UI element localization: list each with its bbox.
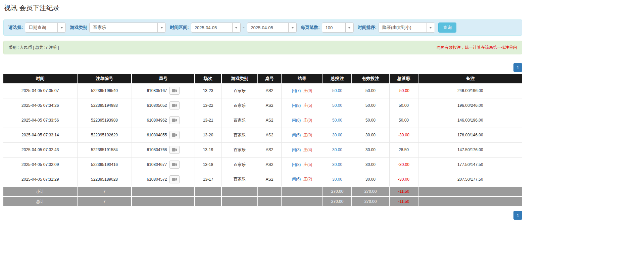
remark-text: 196.00/246.00	[457, 103, 483, 108]
time-range-label: 时间区间:	[170, 25, 189, 31]
total-bet-link[interactable]: 50.00	[332, 88, 342, 93]
game-type: 百家乐	[234, 147, 246, 152]
remark-text: 147.50/176.00	[457, 147, 483, 152]
result-cell: 闲(8) 庄(5)	[281, 98, 323, 113]
remark-cell: 177.50/147.50	[418, 157, 522, 172]
video-camera-icon	[172, 103, 177, 107]
remark-cell: 207.50/177.50	[418, 172, 522, 187]
notice-text: 同局有效投注，统一计算在该局第一张注单内	[437, 45, 517, 50]
game-type-cell: 百家乐	[221, 83, 258, 98]
col-header-remark: 备注	[418, 74, 522, 83]
result-banker: 庄(4)	[303, 147, 312, 152]
video-replay-button[interactable]	[169, 101, 180, 109]
valid-bet-cell: 50.00	[352, 83, 389, 98]
session-number: 13-20	[203, 133, 213, 137]
valid-bet: 30.00	[365, 147, 376, 152]
table-header-row: 时间 注单编号 局号 场次 游戏类别 桌号 结果 总投注 有效投注 总派彩 备注	[3, 74, 522, 83]
video-replay-button[interactable]	[169, 131, 180, 139]
round-id: 610804962	[147, 118, 167, 123]
payout-amount: 50.00	[399, 103, 409, 108]
select-type-label: 请选择:	[8, 25, 23, 31]
result-banker: 庄(2)	[303, 177, 312, 181]
table-row: 2025-04-05 07:33:14 522395192629 6108048…	[3, 128, 522, 142]
game-type: 百家乐	[234, 103, 246, 108]
total-bet-link[interactable]: 50.00	[332, 103, 342, 108]
result-cell: 闲(6) 庄(2)	[281, 172, 323, 187]
session-cell: 13-19	[195, 142, 221, 157]
bet-id: 522395190416	[91, 162, 118, 167]
remark-text: 177.50/147.50	[457, 162, 483, 167]
col-header-session: 场次	[195, 74, 221, 83]
col-header-valid-bet: 有效投注	[352, 74, 389, 83]
col-header-result: 结果	[281, 74, 323, 83]
bet-id: 522395192629	[91, 133, 118, 137]
total-bet-link[interactable]: 30.00	[332, 177, 342, 182]
page-size-dropdown[interactable]: 100	[322, 23, 354, 33]
date-to-picker[interactable]: 2025-04-05	[247, 23, 297, 33]
game-type-dropdown[interactable]: 百家乐	[89, 23, 166, 33]
remark-text: 207.50/177.50	[457, 177, 483, 182]
round-cell: 610805052	[132, 98, 195, 113]
total-bet-link[interactable]: 30.00	[332, 162, 342, 167]
round-id: 610804855	[147, 133, 167, 137]
main-content: 请选择: 日期查询 游戏类别 百家乐 时间区间: 2025-04-05 ~ 20…	[3, 19, 522, 220]
time-cell: 2025-04-05 07:33:56	[3, 113, 77, 128]
valid-bet-cell: 30.00	[352, 172, 389, 187]
page-1-button[interactable]: 1	[513, 63, 522, 72]
game-type-label: 游戏类别	[70, 25, 87, 31]
round-cell: 610804677	[132, 157, 195, 172]
game-type-cell: 百家乐	[221, 113, 258, 128]
video-replay-button[interactable]	[169, 116, 180, 124]
bet-time: 2025-04-05 07:32:43	[21, 147, 59, 152]
date-from-picker[interactable]: 2025-04-05	[191, 23, 241, 33]
bet-time: 2025-04-05 07:34:26	[21, 103, 59, 108]
bet-id: 522395194983	[91, 103, 118, 108]
empty-cell	[195, 196, 221, 206]
video-replay-button[interactable]	[169, 175, 180, 183]
chevron-down-icon	[157, 23, 165, 32]
total-bet-link[interactable]: 50.00	[332, 118, 342, 123]
total-bet-link[interactable]: 30.00	[332, 133, 342, 137]
bet-id-cell: 522395191584	[77, 142, 132, 157]
session-number: 13-18	[203, 162, 213, 167]
payout-cell: -30.00	[389, 172, 418, 187]
table-no-cell: AS2	[258, 83, 281, 98]
payout-amount: -30.00	[398, 162, 409, 167]
bet-time: 2025-04-05 07:33:14	[21, 133, 59, 137]
result-cell: 闲(3) 庄(4)	[281, 142, 323, 157]
session-number: 13-21	[203, 118, 213, 123]
table-row: 2025-04-05 07:31:29 522395189028 6108045…	[3, 172, 522, 187]
search-button[interactable]: 查询	[438, 23, 456, 33]
date-from-value: 2025-04-05	[191, 23, 232, 32]
valid-bet: 30.00	[365, 162, 376, 167]
page-1-button[interactable]: 1	[513, 211, 522, 220]
table-no-cell: AS2	[258, 172, 281, 187]
chevron-down-icon	[232, 23, 240, 32]
valid-bet: 30.00	[365, 133, 376, 137]
payout-amount: 50.00	[399, 118, 409, 123]
game-type-value: 百家乐	[90, 23, 157, 32]
table-row: 2025-04-05 07:34:26 522395194983 6108050…	[3, 98, 522, 113]
video-replay-button[interactable]	[169, 146, 180, 154]
total-bet-link[interactable]: 30.00	[332, 147, 342, 152]
sort-order-dropdown[interactable]: 降幂(由大到小)	[379, 23, 435, 33]
session-cell: 13-17	[195, 172, 221, 187]
payout-amount: -30.00	[398, 177, 409, 182]
bet-time: 2025-04-05 07:33:56	[21, 118, 59, 123]
total-bet-cell: 30.00	[323, 142, 352, 157]
game-type: 百家乐	[234, 88, 246, 93]
table-no-cell: AS2	[258, 142, 281, 157]
table-row: 2025-04-05 07:32:43 522395191584 6108047…	[3, 142, 522, 157]
page-size-value: 100	[322, 23, 345, 32]
video-replay-button[interactable]	[169, 161, 180, 169]
video-replay-button[interactable]	[169, 87, 180, 95]
subtotal-row: 小计 7 270.00 270.00 -11.50	[3, 187, 522, 196]
chevron-down-icon	[345, 23, 353, 32]
bet-id-cell: 522395192629	[77, 128, 132, 142]
query-type-dropdown[interactable]: 日期查询	[25, 23, 66, 33]
valid-bet: 50.00	[365, 118, 376, 123]
remark-cell: 246.00/196.00	[418, 83, 522, 98]
sort-order-label: 时间排序:	[358, 25, 377, 31]
bet-id-cell: 522395189028	[77, 172, 132, 187]
empty-cell	[418, 196, 522, 206]
